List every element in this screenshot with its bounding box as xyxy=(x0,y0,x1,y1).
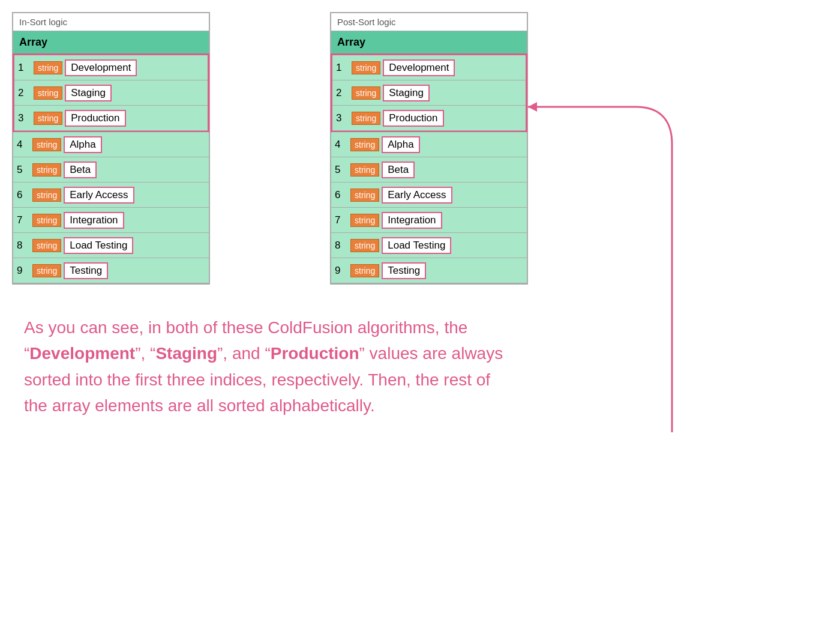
right-array-header: Array xyxy=(331,31,527,54)
value-badge: Early Access xyxy=(382,187,452,204)
value-badge: Testing xyxy=(64,262,108,279)
row-index: 8 xyxy=(335,240,348,252)
table-row: 2 string Staging xyxy=(332,80,526,106)
value-badge: Alpha xyxy=(382,136,419,153)
row-index: 2 xyxy=(18,87,31,99)
table-row: 5 string Beta xyxy=(13,157,209,183)
value-badge: Development xyxy=(65,59,137,76)
description-text: As you can see, in both of these ColdFus… xyxy=(24,315,516,419)
value-badge: Integration xyxy=(64,212,124,229)
left-array-header: Array xyxy=(13,31,209,54)
type-badge: string xyxy=(34,112,62,125)
row-index: 9 xyxy=(335,265,348,277)
table-row: 7 string Integration xyxy=(13,208,209,233)
table-row: 1 string Development xyxy=(332,55,526,80)
value-badge: Staging xyxy=(65,85,112,101)
type-badge: string xyxy=(350,239,379,252)
type-badge: string xyxy=(32,163,61,177)
row-index: 8 xyxy=(17,240,30,252)
left-panel: In-Sort logic Array 1 string Development… xyxy=(12,12,210,285)
type-badge: string xyxy=(352,61,380,74)
type-badge: string xyxy=(352,112,380,125)
top-section: In-Sort logic Array 1 string Development… xyxy=(0,0,840,285)
value-badge: Early Access xyxy=(64,187,134,204)
keyword-production: Production xyxy=(271,344,359,363)
right-panel: Post-Sort logic Array 1 string Developme… xyxy=(330,12,528,285)
row-index: 1 xyxy=(336,62,349,74)
table-row: 9 string Testing xyxy=(13,258,209,283)
right-highlighted-rows: 1 string Development 2 string Staging 3 … xyxy=(331,53,527,133)
table-row: 7 string Integration xyxy=(331,208,527,233)
row-index: 6 xyxy=(17,189,30,201)
description-section: As you can see, in both of these ColdFus… xyxy=(0,285,540,431)
row-index: 5 xyxy=(335,164,348,176)
type-badge: string xyxy=(34,86,62,100)
table-row: 4 string Alpha xyxy=(13,132,209,157)
keyword-development: Development xyxy=(29,344,135,363)
table-row: 3 string Production xyxy=(332,106,526,131)
row-index: 3 xyxy=(336,112,349,124)
type-badge: string xyxy=(350,264,379,277)
keyword-staging: Staging xyxy=(155,344,217,363)
left-highlighted-rows: 1 string Development 2 string Staging 3 … xyxy=(13,53,209,133)
table-row: 2 string Staging xyxy=(14,80,208,106)
type-badge: string xyxy=(350,138,379,151)
row-index: 6 xyxy=(335,189,348,201)
value-badge: Alpha xyxy=(64,136,101,153)
row-index: 4 xyxy=(335,139,348,151)
table-row: 6 string Early Access xyxy=(331,183,527,208)
value-badge: Beta xyxy=(382,162,415,178)
table-row: 8 string Load Testing xyxy=(13,233,209,258)
value-badge: Development xyxy=(383,59,455,76)
value-badge: Production xyxy=(383,110,443,127)
table-row: 1 string Development xyxy=(14,55,208,80)
value-badge: Load Testing xyxy=(64,237,133,254)
value-badge: Staging xyxy=(383,85,430,101)
row-index: 7 xyxy=(17,214,30,226)
type-badge: string xyxy=(352,86,380,100)
type-badge: string xyxy=(32,214,61,227)
left-panel-title: In-Sort logic xyxy=(13,13,209,31)
type-badge: string xyxy=(32,189,61,202)
table-row: 4 string Alpha xyxy=(331,132,527,157)
value-badge: Beta xyxy=(64,162,97,178)
row-index: 5 xyxy=(17,164,30,176)
table-row: 6 string Early Access xyxy=(13,183,209,208)
table-row: 8 string Load Testing xyxy=(331,233,527,258)
value-badge: Load Testing xyxy=(382,237,451,254)
type-badge: string xyxy=(350,163,379,177)
type-badge: string xyxy=(350,214,379,227)
value-badge: Testing xyxy=(382,262,426,279)
type-badge: string xyxy=(350,189,379,202)
type-badge: string xyxy=(32,264,61,277)
value-badge: Production xyxy=(65,110,125,127)
row-index: 2 xyxy=(336,87,349,99)
type-badge: string xyxy=(32,239,61,252)
type-badge: string xyxy=(34,61,62,74)
type-badge: string xyxy=(32,138,61,151)
table-row: 9 string Testing xyxy=(331,258,527,283)
row-index: 3 xyxy=(18,112,31,124)
table-row: 5 string Beta xyxy=(331,157,527,183)
row-index: 7 xyxy=(335,214,348,226)
row-index: 9 xyxy=(17,265,30,277)
value-badge: Integration xyxy=(382,212,442,229)
row-index: 4 xyxy=(17,139,30,151)
table-row: 3 string Production xyxy=(14,106,208,131)
right-panel-title: Post-Sort logic xyxy=(331,13,527,31)
row-index: 1 xyxy=(18,62,31,74)
